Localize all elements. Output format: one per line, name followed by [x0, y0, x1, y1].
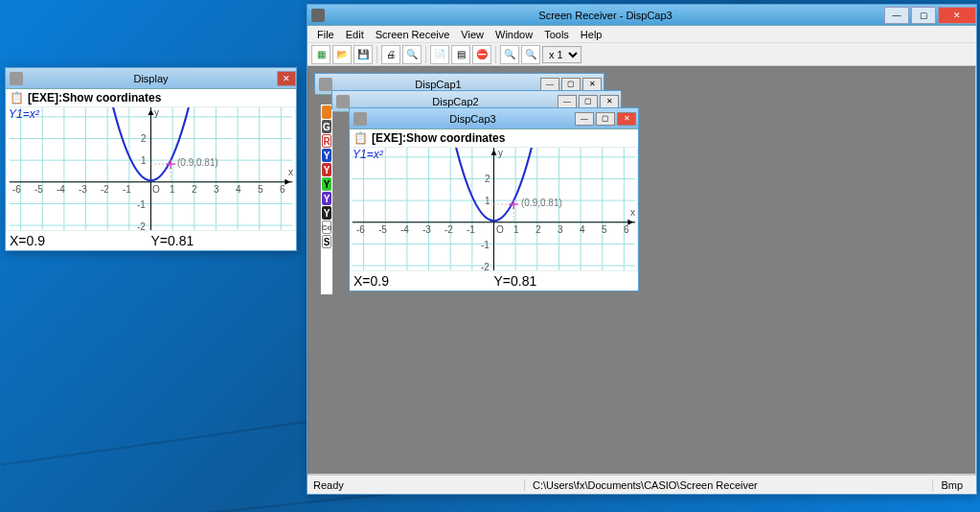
- print-icon[interactable]: 🖨: [381, 45, 400, 64]
- print-preview-icon[interactable]: 🔍: [402, 45, 422, 64]
- x-tick: -3: [79, 184, 87, 195]
- y-tick: 2: [485, 174, 490, 184]
- origin-label: O: [496, 224, 504, 235]
- x-tick: 3: [214, 184, 219, 195]
- capture-icon[interactable]: ▤: [451, 45, 470, 64]
- x-tick: 4: [580, 224, 585, 235]
- desktop-decoration: [2, 418, 325, 465]
- menu-file[interactable]: File: [311, 29, 340, 40]
- mdi-maximize-button[interactable]: ▢: [579, 95, 598, 108]
- mdi-child-dispcap1[interactable]: DispCap1 — ▢ ✕: [314, 73, 604, 92]
- menu-window[interactable]: Window: [490, 29, 538, 40]
- function-label: Y1=x²: [9, 107, 39, 121]
- mdi-maximize-button[interactable]: ▢: [561, 78, 581, 91]
- function-label: Y1=x²: [353, 148, 383, 161]
- x-tick: -3: [422, 224, 431, 235]
- display-window: Display ✕ 📋 [EXE]:Show coordinates: [5, 67, 297, 251]
- main-window: Screen Receiver - DispCap3 — ▢ ✕ File Ed…: [307, 4, 977, 495]
- mdi-close-button[interactable]: ✕: [600, 95, 619, 108]
- menu-view[interactable]: View: [455, 29, 490, 40]
- toolbar-separator: [376, 46, 377, 63]
- menu-help[interactable]: Help: [575, 29, 608, 40]
- peek-chip: Co: [322, 221, 331, 234]
- cursor-coord-label: (0.9,0.81): [521, 198, 562, 208]
- x-axis-label: x: [288, 167, 293, 177]
- mdi-child-dispcap3[interactable]: DispCap3 — ▢ ✕ 📋 [EXE]:Show coordinates: [349, 107, 639, 291]
- stop-icon[interactable]: ⛔: [472, 45, 491, 64]
- x-tick: -6: [12, 184, 21, 195]
- y-readout: Y=0.81: [151, 233, 293, 248]
- display-title: Display: [27, 73, 275, 84]
- peek-chip: Y: [322, 206, 331, 220]
- x-readout: X=0.9: [353, 273, 494, 289]
- y-axis-label: y: [498, 148, 503, 158]
- open-icon[interactable]: 📂: [332, 45, 352, 64]
- display-close-button[interactable]: ✕: [277, 71, 296, 86]
- mdi-close-button[interactable]: ✕: [617, 112, 636, 126]
- toolbar-separator: [425, 46, 426, 63]
- save-icon[interactable]: 💾: [353, 45, 373, 64]
- menu-screen-receive[interactable]: Screen Receive: [370, 29, 456, 40]
- menu-edit[interactable]: Edit: [340, 29, 370, 40]
- status-path: C:\Users\fx\Documents\CASIO\Screen Recei…: [524, 479, 932, 491]
- zoom-out-icon[interactable]: 🔍: [500, 45, 519, 64]
- graph-header: [EXE]:Show coordinates: [28, 91, 161, 105]
- svg-marker-21: [148, 109, 154, 115]
- x-tick: -5: [34, 184, 43, 195]
- menu-tools[interactable]: Tools: [538, 29, 575, 40]
- display-titlebar[interactable]: Display ✕: [6, 68, 296, 89]
- zoom-select[interactable]: x 1: [542, 46, 581, 63]
- mdi-child-icon: [319, 78, 332, 91]
- y-axis-label: y: [154, 107, 159, 118]
- close-button[interactable]: ✕: [938, 7, 976, 24]
- side-peek-panel: G R Y Y Y Y Y Co S: [320, 104, 333, 295]
- y-tick: 2: [141, 133, 147, 144]
- x-tick: 6: [280, 184, 285, 195]
- statusbar: Ready C:\Users\fx\Documents\CASIO\Screen…: [308, 475, 976, 494]
- copy-icon[interactable]: 📄: [430, 45, 449, 64]
- x-tick: 1: [513, 224, 519, 235]
- graph-plot-area[interactable]: Y1=x² y x O 1 2 -1 -2 -6 -5 -4 -3 -2 -1 …: [6, 106, 296, 231]
- peek-chip: R: [322, 134, 331, 148]
- main-title: Screen Receiver - DispCap3: [329, 10, 882, 21]
- maximize-button[interactable]: ▢: [911, 7, 936, 24]
- app-icon: [311, 9, 325, 22]
- clipboard-icon: 📋: [9, 90, 24, 105]
- mdi-child-title: DispCap3: [371, 113, 575, 125]
- mdi-area[interactable]: G R Y Y Y Y Y Co S DispCap1 — ▢ ✕: [308, 66, 976, 475]
- y-tick: -2: [137, 221, 146, 232]
- mdi-child-title: DispCap2: [353, 96, 558, 107]
- dispcap3-graph: 📋 [EXE]:Show coordinates: [350, 129, 638, 291]
- x-tick: 5: [258, 184, 263, 195]
- mdi-minimize-button[interactable]: —: [558, 95, 577, 108]
- mdi-child-dispcap2[interactable]: DispCap2 — ▢ ✕: [331, 90, 622, 109]
- mdi-minimize-button[interactable]: —: [540, 78, 559, 91]
- peek-chip: Y: [322, 177, 331, 191]
- y-tick: -1: [481, 240, 490, 250]
- x-axis-label: x: [630, 207, 635, 218]
- svg-marker-47: [491, 150, 497, 155]
- peek-chip: Y: [322, 192, 331, 205]
- mdi-minimize-button[interactable]: —: [575, 112, 594, 126]
- zoom-in-icon[interactable]: 🔍: [521, 45, 540, 64]
- x-tick: -1: [123, 184, 131, 195]
- y-tick: -1: [137, 199, 146, 210]
- minimize-button[interactable]: —: [884, 7, 909, 24]
- x-tick: 1: [170, 184, 175, 195]
- y-tick: 1: [485, 196, 490, 206]
- x-tick: -2: [101, 184, 109, 195]
- graph-plot-area[interactable]: Y1=x² y x O 1 2 -1 -2 -6 -5 -4 -3 -2 -1 …: [350, 147, 638, 271]
- clipboard-icon: 📋: [353, 130, 368, 146]
- status-format: Bmp: [932, 479, 970, 491]
- mdi-close-button[interactable]: ✕: [582, 78, 602, 91]
- y-tick: 1: [141, 155, 147, 166]
- new-icon[interactable]: ▦: [311, 45, 330, 64]
- main-titlebar[interactable]: Screen Receiver - DispCap3 — ▢ ✕: [308, 5, 976, 26]
- mdi-maximize-button[interactable]: ▢: [596, 112, 615, 126]
- x-tick: 4: [236, 184, 241, 195]
- cursor-coord-label: (0.9,0.81): [177, 157, 218, 168]
- x-tick: -1: [467, 224, 475, 235]
- x-tick: 2: [192, 184, 197, 195]
- x-tick: -6: [356, 224, 365, 235]
- peek-chip: G: [322, 120, 331, 133]
